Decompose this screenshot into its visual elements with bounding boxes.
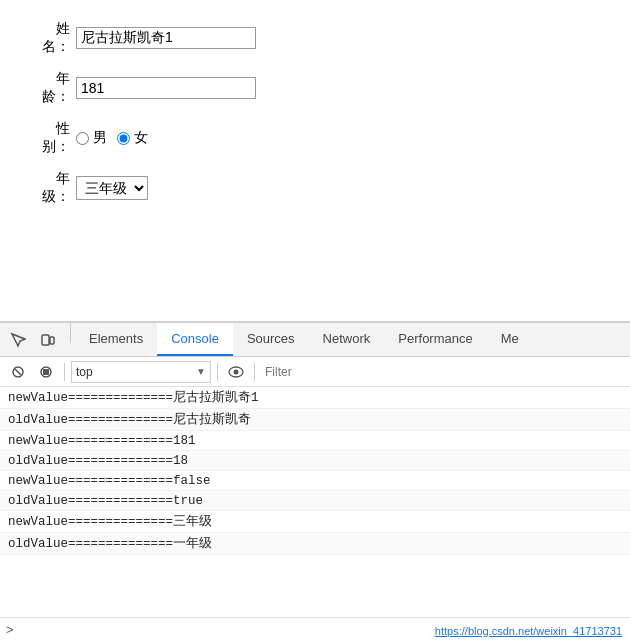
console-prompt-icon: > (6, 622, 14, 637)
tab-performance[interactable]: Performance (384, 323, 486, 356)
console-toolbar: top ▼ (0, 357, 630, 387)
svg-point-7 (234, 369, 239, 374)
grade-label: 年级： (30, 170, 70, 206)
gender-male-radio[interactable] (76, 132, 89, 145)
select-element-icon-btn[interactable] (4, 326, 32, 354)
console-log-area: newValue==============尼古拉斯凯奇1 oldValue==… (0, 387, 630, 617)
svg-rect-5 (43, 369, 49, 375)
console-separator-1 (64, 363, 65, 381)
watermark-url: https://blog.csdn.net/weixin_41713731 (435, 625, 622, 637)
name-row: 姓名： (30, 20, 600, 56)
gender-female-radio[interactable] (117, 132, 130, 145)
watermark: https://blog.csdn.net/weixin_41713731 (435, 625, 622, 637)
age-row: 年龄： (30, 70, 600, 106)
tab-sources[interactable]: Sources (233, 323, 309, 356)
gender-male-option[interactable]: 男 (76, 129, 107, 147)
devtools-tabs: Elements Console Sources Network Perform… (0, 323, 630, 357)
log-line: oldValue==============18 (0, 451, 630, 471)
main-page-area: 姓名： 年龄： 性别： 男 女 年级： 一年级 二年级 三年级 四年级 (0, 0, 630, 321)
log-line: newValue==============181 (0, 431, 630, 451)
eye-icon-btn[interactable] (224, 360, 248, 384)
gender-female-label: 女 (134, 129, 148, 147)
name-input[interactable] (76, 27, 256, 49)
console-separator-2 (217, 363, 218, 381)
gender-female-option[interactable]: 女 (117, 129, 148, 147)
console-separator-3 (254, 363, 255, 381)
gender-label: 性别： (30, 120, 70, 156)
name-label: 姓名： (30, 20, 70, 56)
filter-input[interactable] (261, 365, 624, 379)
tab-network[interactable]: Network (309, 323, 385, 356)
log-line: newValue==============尼古拉斯凯奇1 (0, 387, 630, 409)
tab-more[interactable]: Me (487, 323, 533, 356)
gender-male-label: 男 (93, 129, 107, 147)
tab-console[interactable]: Console (157, 323, 233, 356)
gender-options: 男 女 (76, 129, 148, 147)
context-selector[interactable]: top ▼ (71, 361, 211, 383)
grade-select[interactable]: 一年级 二年级 三年级 四年级 (76, 176, 148, 200)
age-label: 年龄： (30, 70, 70, 106)
clear-console-btn[interactable] (6, 360, 30, 384)
grade-row: 年级： 一年级 二年级 三年级 四年级 (30, 170, 600, 206)
stop-btn[interactable] (34, 360, 58, 384)
context-label: top (76, 365, 93, 379)
devtools-panel: Elements Console Sources Network Perform… (0, 321, 630, 641)
log-line: newValue==============三年级 (0, 511, 630, 533)
age-input[interactable] (76, 77, 256, 99)
device-toolbar-icon-btn[interactable] (34, 326, 62, 354)
svg-line-3 (15, 369, 21, 375)
log-line: oldValue==============尼古拉斯凯奇 (0, 409, 630, 431)
log-line: oldValue==============true (0, 491, 630, 511)
log-line: newValue==============false (0, 471, 630, 491)
log-line: oldValue==============一年级 (0, 533, 630, 555)
tab-elements[interactable]: Elements (75, 323, 157, 356)
svg-rect-0 (42, 335, 49, 345)
tab-separator (70, 323, 71, 343)
svg-rect-1 (50, 337, 54, 344)
dropdown-arrow-icon: ▼ (196, 366, 206, 377)
gender-row: 性别： 男 女 (30, 120, 600, 156)
